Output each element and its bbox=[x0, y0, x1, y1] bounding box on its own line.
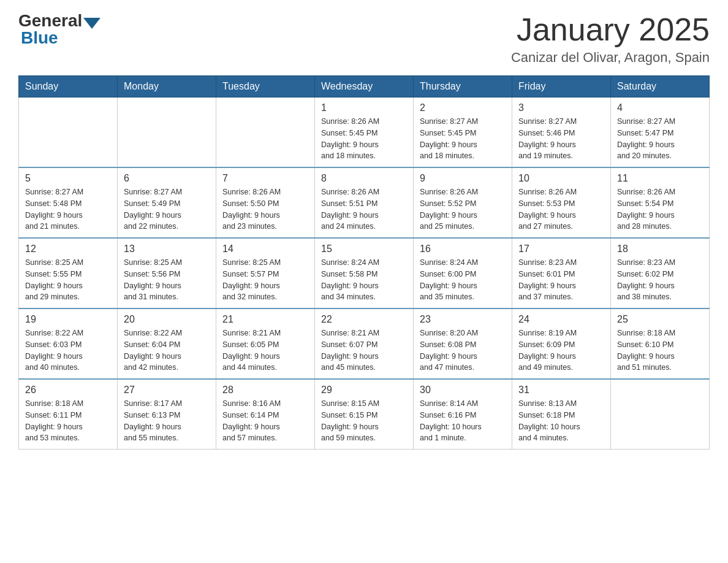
day-info: Sunrise: 8:25 AM Sunset: 5:57 PM Dayligh… bbox=[222, 257, 308, 303]
calendar-cell: 16Sunrise: 8:24 AM Sunset: 6:00 PM Dayli… bbox=[414, 238, 512, 308]
page-header: General Blue January 2025 Canizar del Ol… bbox=[18, 12, 710, 66]
calendar-cell: 10Sunrise: 8:26 AM Sunset: 5:53 PM Dayli… bbox=[512, 167, 611, 238]
day-info: Sunrise: 8:21 AM Sunset: 6:07 PM Dayligh… bbox=[321, 327, 407, 373]
day-number: 5 bbox=[25, 173, 111, 184]
day-info: Sunrise: 8:17 AM Sunset: 6:13 PM Dayligh… bbox=[124, 398, 210, 444]
calendar-cell: 2Sunrise: 8:27 AM Sunset: 5:45 PM Daylig… bbox=[414, 98, 512, 168]
calendar-cell: 19Sunrise: 8:22 AM Sunset: 6:03 PM Dayli… bbox=[19, 308, 118, 379]
calendar-header-row: SundayMondayTuesdayWednesdayThursdayFrid… bbox=[19, 76, 710, 98]
day-info: Sunrise: 8:27 AM Sunset: 5:47 PM Dayligh… bbox=[617, 116, 703, 162]
weekday-header-thursday: Thursday bbox=[414, 76, 512, 98]
weekday-header-tuesday: Tuesday bbox=[216, 76, 315, 98]
weekday-header-friday: Friday bbox=[512, 76, 611, 98]
day-info: Sunrise: 8:25 AM Sunset: 5:56 PM Dayligh… bbox=[124, 257, 210, 303]
calendar-cell: 14Sunrise: 8:25 AM Sunset: 5:57 PM Dayli… bbox=[216, 238, 315, 308]
day-number: 9 bbox=[420, 173, 506, 184]
calendar-cell: 28Sunrise: 8:16 AM Sunset: 6:14 PM Dayli… bbox=[216, 379, 315, 450]
day-number: 3 bbox=[518, 102, 604, 113]
day-number: 26 bbox=[25, 385, 111, 396]
calendar-cell: 27Sunrise: 8:17 AM Sunset: 6:13 PM Dayli… bbox=[118, 379, 216, 450]
day-info: Sunrise: 8:27 AM Sunset: 5:46 PM Dayligh… bbox=[518, 116, 604, 162]
day-number: 8 bbox=[321, 173, 407, 184]
day-number: 16 bbox=[420, 243, 506, 255]
logo-blue-text: Blue bbox=[21, 28, 58, 47]
day-info: Sunrise: 8:27 AM Sunset: 5:49 PM Dayligh… bbox=[124, 186, 210, 232]
day-info: Sunrise: 8:21 AM Sunset: 6:05 PM Dayligh… bbox=[222, 327, 308, 373]
day-number: 14 bbox=[222, 243, 308, 255]
calendar-cell: 3Sunrise: 8:27 AM Sunset: 5:46 PM Daylig… bbox=[512, 98, 611, 168]
day-info: Sunrise: 8:26 AM Sunset: 5:54 PM Dayligh… bbox=[617, 186, 703, 232]
day-number: 6 bbox=[124, 173, 210, 184]
day-info: Sunrise: 8:15 AM Sunset: 6:15 PM Dayligh… bbox=[321, 398, 407, 444]
calendar-cell: 24Sunrise: 8:19 AM Sunset: 6:09 PM Dayli… bbox=[512, 308, 611, 379]
day-number: 4 bbox=[617, 102, 703, 113]
calendar-cell: 12Sunrise: 8:25 AM Sunset: 5:55 PM Dayli… bbox=[19, 238, 118, 308]
day-number: 12 bbox=[25, 243, 111, 255]
day-number: 11 bbox=[617, 173, 703, 184]
day-info: Sunrise: 8:18 AM Sunset: 6:10 PM Dayligh… bbox=[617, 327, 703, 373]
calendar-cell: 4Sunrise: 8:27 AM Sunset: 5:47 PM Daylig… bbox=[611, 98, 710, 168]
day-info: Sunrise: 8:26 AM Sunset: 5:53 PM Dayligh… bbox=[518, 186, 604, 232]
calendar-table: SundayMondayTuesdayWednesdayThursdayFrid… bbox=[18, 75, 710, 450]
calendar-cell: 5Sunrise: 8:27 AM Sunset: 5:48 PM Daylig… bbox=[19, 167, 118, 238]
day-number: 15 bbox=[321, 243, 407, 255]
weekday-header-wednesday: Wednesday bbox=[315, 76, 414, 98]
logo-general-text: General bbox=[18, 12, 82, 29]
day-info: Sunrise: 8:22 AM Sunset: 6:04 PM Dayligh… bbox=[124, 327, 210, 373]
day-info: Sunrise: 8:26 AM Sunset: 5:52 PM Dayligh… bbox=[420, 186, 506, 232]
calendar-cell: 18Sunrise: 8:23 AM Sunset: 6:02 PM Dayli… bbox=[611, 238, 710, 308]
day-info: Sunrise: 8:14 AM Sunset: 6:16 PM Dayligh… bbox=[420, 398, 506, 444]
calendar-cell: 26Sunrise: 8:18 AM Sunset: 6:11 PM Dayli… bbox=[19, 379, 118, 450]
calendar-cell: 29Sunrise: 8:15 AM Sunset: 6:15 PM Dayli… bbox=[315, 379, 414, 450]
day-info: Sunrise: 8:13 AM Sunset: 6:18 PM Dayligh… bbox=[518, 398, 604, 444]
day-number: 31 bbox=[518, 385, 604, 396]
day-number: 25 bbox=[617, 314, 703, 325]
day-info: Sunrise: 8:27 AM Sunset: 5:45 PM Dayligh… bbox=[420, 116, 506, 162]
day-info: Sunrise: 8:22 AM Sunset: 6:03 PM Dayligh… bbox=[25, 327, 111, 373]
day-info: Sunrise: 8:26 AM Sunset: 5:51 PM Dayligh… bbox=[321, 186, 407, 232]
day-number: 20 bbox=[124, 314, 210, 325]
day-number: 28 bbox=[222, 385, 308, 396]
day-number: 23 bbox=[420, 314, 506, 325]
title-section: January 2025 Canizar del Olivar, Aragon,… bbox=[511, 12, 710, 66]
calendar-cell bbox=[611, 379, 710, 450]
day-number: 24 bbox=[518, 314, 604, 325]
day-number: 7 bbox=[222, 173, 308, 184]
day-number: 27 bbox=[124, 385, 210, 396]
day-info: Sunrise: 8:27 AM Sunset: 5:48 PM Dayligh… bbox=[25, 186, 111, 232]
day-info: Sunrise: 8:26 AM Sunset: 5:50 PM Dayligh… bbox=[222, 186, 308, 232]
day-info: Sunrise: 8:19 AM Sunset: 6:09 PM Dayligh… bbox=[518, 327, 604, 373]
calendar-cell: 13Sunrise: 8:25 AM Sunset: 5:56 PM Dayli… bbox=[118, 238, 216, 308]
day-number: 30 bbox=[420, 385, 506, 396]
day-number: 17 bbox=[518, 243, 604, 255]
calendar-cell: 31Sunrise: 8:13 AM Sunset: 6:18 PM Dayli… bbox=[512, 379, 611, 450]
calendar-cell: 25Sunrise: 8:18 AM Sunset: 6:10 PM Dayli… bbox=[611, 308, 710, 379]
calendar-week-row: 12Sunrise: 8:25 AM Sunset: 5:55 PM Dayli… bbox=[19, 238, 710, 308]
calendar-week-row: 19Sunrise: 8:22 AM Sunset: 6:03 PM Dayli… bbox=[19, 308, 710, 379]
weekday-header-sunday: Sunday bbox=[19, 76, 118, 98]
day-info: Sunrise: 8:26 AM Sunset: 5:45 PM Dayligh… bbox=[321, 116, 407, 162]
calendar-cell: 1Sunrise: 8:26 AM Sunset: 5:45 PM Daylig… bbox=[315, 98, 414, 168]
day-info: Sunrise: 8:23 AM Sunset: 6:02 PM Dayligh… bbox=[617, 257, 703, 303]
calendar-cell: 11Sunrise: 8:26 AM Sunset: 5:54 PM Dayli… bbox=[611, 167, 710, 238]
day-info: Sunrise: 8:23 AM Sunset: 6:01 PM Dayligh… bbox=[518, 257, 604, 303]
calendar-cell: 17Sunrise: 8:23 AM Sunset: 6:01 PM Dayli… bbox=[512, 238, 611, 308]
weekday-header-saturday: Saturday bbox=[611, 76, 710, 98]
day-number: 1 bbox=[321, 102, 407, 113]
day-info: Sunrise: 8:25 AM Sunset: 5:55 PM Dayligh… bbox=[25, 257, 111, 303]
calendar-week-row: 5Sunrise: 8:27 AM Sunset: 5:48 PM Daylig… bbox=[19, 167, 710, 238]
calendar-cell: 9Sunrise: 8:26 AM Sunset: 5:52 PM Daylig… bbox=[414, 167, 512, 238]
calendar-cell: 8Sunrise: 8:26 AM Sunset: 5:51 PM Daylig… bbox=[315, 167, 414, 238]
day-info: Sunrise: 8:24 AM Sunset: 5:58 PM Dayligh… bbox=[321, 257, 407, 303]
day-number: 13 bbox=[124, 243, 210, 255]
day-number: 18 bbox=[617, 243, 703, 255]
weekday-header-monday: Monday bbox=[118, 76, 216, 98]
day-info: Sunrise: 8:20 AM Sunset: 6:08 PM Dayligh… bbox=[420, 327, 506, 373]
calendar-cell bbox=[19, 98, 118, 168]
calendar-cell: 15Sunrise: 8:24 AM Sunset: 5:58 PM Dayli… bbox=[315, 238, 414, 308]
calendar-week-row: 1Sunrise: 8:26 AM Sunset: 5:45 PM Daylig… bbox=[19, 98, 710, 168]
day-info: Sunrise: 8:16 AM Sunset: 6:14 PM Dayligh… bbox=[222, 398, 308, 444]
month-title: January 2025 bbox=[511, 12, 710, 47]
calendar-cell: 22Sunrise: 8:21 AM Sunset: 6:07 PM Dayli… bbox=[315, 308, 414, 379]
calendar-week-row: 26Sunrise: 8:18 AM Sunset: 6:11 PM Dayli… bbox=[19, 379, 710, 450]
